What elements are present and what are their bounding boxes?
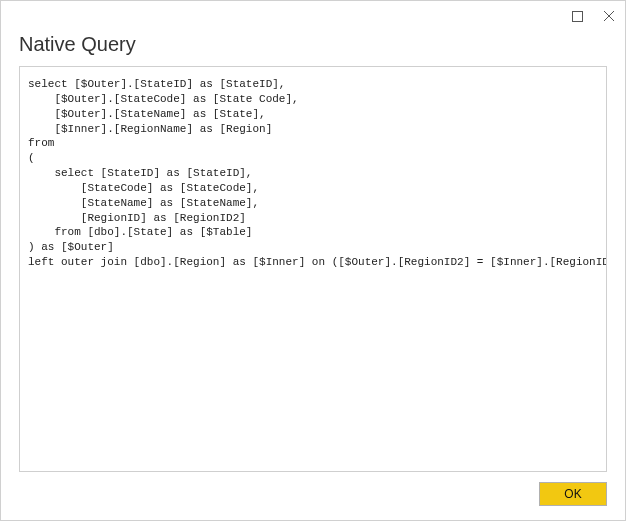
maximize-button[interactable] [567,6,587,26]
close-icon [603,10,615,22]
dialog-title: Native Query [19,33,607,56]
maximize-icon [572,11,583,22]
close-button[interactable] [599,6,619,26]
native-query-text: select [$Outer].[StateID] as [StateID], … [28,77,598,270]
button-row: OK [19,472,607,506]
titlebar [3,3,623,29]
dialog-body: Native Query select [$Outer].[StateID] a… [3,29,623,518]
svg-rect-0 [572,11,582,21]
native-query-textbox[interactable]: select [$Outer].[StateID] as [StateID], … [19,66,607,472]
ok-button[interactable]: OK [539,482,607,506]
